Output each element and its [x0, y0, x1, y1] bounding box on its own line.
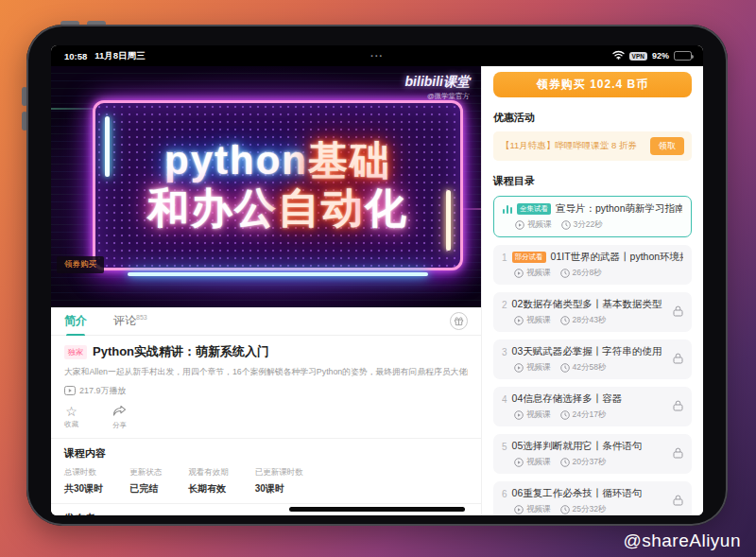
episode-number: 3	[502, 347, 507, 357]
episode-type: 视频课	[526, 457, 551, 468]
exclusive-badge: 独家	[64, 345, 87, 359]
clock-icon	[560, 363, 570, 373]
meta-value: 长期有效	[188, 482, 229, 496]
episode-number: 2	[502, 300, 507, 310]
tab-bar: 简介 评论853	[51, 307, 481, 336]
play-circle-icon	[514, 505, 524, 514]
banner-zidong-text: 自动	[278, 184, 365, 231]
tab-intro[interactable]: 简介	[64, 313, 87, 329]
play-circle-icon	[514, 458, 524, 467]
episode-number: 1	[502, 252, 507, 263]
watermark: @shareAliyun	[623, 531, 741, 551]
coupon-text: 【11月特惠】哔哩哔哩课堂 8 折券	[501, 140, 644, 152]
episode-number: 4	[502, 394, 507, 405]
episode-duration: 26分8秒	[573, 268, 602, 279]
status-bar: 10:58 11月8日周三 ··· VPN 92%	[51, 45, 703, 66]
promo-heading: 优惠活动	[493, 111, 692, 125]
gift-icon[interactable]	[450, 312, 468, 330]
episode-item-1[interactable]: 1 部分试看 01IT世界的武器丨python环境搭建_第一个 视频课 26分8…	[493, 245, 692, 285]
course-description: 大家和Allen一起从新手村出发，用四个章节，16个案例解锁各种学习Python…	[64, 367, 468, 378]
banner-python-text: python	[164, 138, 308, 183]
meta-update-status: 更新状态 已完结	[129, 467, 162, 496]
content-section-heading: 课程内容	[64, 446, 468, 461]
episode-duration: 24分17秒	[573, 409, 607, 421]
catalog-heading: 课程目录	[493, 174, 692, 188]
episode-list: 全集试看 宣导片：python萌新学习指南 视频课 3分22秒 1 部分试看 0…	[493, 196, 692, 515]
logo-text: bilibili课堂	[405, 74, 470, 91]
logo-subtext: @微学堂官方	[405, 92, 470, 101]
meta-label: 已更新课时数	[255, 467, 303, 479]
buy-button[interactable]: 领券购买 102.4 B币	[493, 72, 692, 97]
episode-title: 05选择判断就用它丨条件语句	[512, 440, 643, 453]
neon-tube-left	[105, 116, 110, 177]
multitask-dots-icon: ···	[370, 45, 384, 66]
divider	[51, 503, 481, 504]
episode-item-3[interactable]: 3 03天赋武器必掌握丨字符串的使用 视频课 42分58秒	[493, 339, 692, 379]
episode-type: 视频课	[526, 409, 551, 421]
battery-icon	[674, 51, 692, 61]
share-icon	[112, 405, 127, 419]
play-circle-icon	[514, 410, 524, 420]
banner-line-2: 和办公自动化	[147, 186, 408, 230]
course-video-player[interactable]: bilibili课堂 @微学堂官方 python基础 和办公自动化 领券购买	[51, 66, 481, 307]
episode-duration: 3分22秒	[574, 219, 603, 231]
publisher-heading: 发布者	[64, 512, 468, 515]
meta-total-lessons: 总课时数 共30课时	[64, 467, 103, 496]
favorite-button[interactable]: ☆ 收藏	[64, 405, 78, 430]
full-preview-badge: 全集试看	[517, 203, 551, 215]
status-time: 10:58	[64, 51, 87, 61]
home-indicator[interactable]	[289, 507, 465, 512]
episode-type: 视频课	[526, 268, 551, 279]
wifi-icon	[612, 50, 625, 61]
clock-icon	[561, 220, 571, 230]
play-circle-icon	[514, 363, 524, 373]
battery-percent: 92%	[652, 51, 669, 61]
comments-count: 853	[136, 314, 147, 321]
episode-type: 视频课	[526, 362, 551, 374]
episode-title: 01IT世界的武器丨python环境搭建_第一个	[551, 251, 683, 264]
lock-icon	[673, 445, 683, 462]
episode-item-4[interactable]: 4 04信息存储选择多丨容器 视频课 24分17秒	[493, 387, 692, 426]
episode-item-2[interactable]: 2 02数据存储类型多丨基本数据类型 视频课 28分43秒	[493, 292, 692, 332]
clock-icon	[560, 316, 570, 325]
vpn-badge: VPN	[629, 52, 647, 61]
course-sidebar: 领券购买 102.4 B币 优惠活动 【11月特惠】哔哩哔哩课堂 8 折券 领取…	[481, 66, 703, 515]
play-count: 217.9万播放	[79, 385, 127, 397]
tab-comments-label: 评论	[113, 314, 136, 327]
banner-jichu-text: 基础	[308, 138, 391, 183]
bilibili-classroom-logo: bilibili课堂 @微学堂官方	[405, 74, 470, 101]
share-button[interactable]: 分享	[112, 405, 127, 430]
clock-icon	[560, 269, 570, 278]
course-title: Python实战精讲：萌新系统入门	[93, 343, 269, 360]
clock-icon	[560, 410, 570, 420]
episode-title: 03天赋武器必掌握丨字符串的使用	[512, 345, 662, 358]
playing-bars-icon	[503, 204, 512, 214]
episode-item-trailer[interactable]: 全集试看 宣导片：python萌新学习指南 视频课 3分22秒	[493, 196, 692, 237]
episode-title: 宣导片：python萌新学习指南	[556, 202, 682, 216]
episode-item-6[interactable]: 6 06重复工作必杀技丨循环语句 视频课 25分32秒	[493, 481, 692, 515]
episode-number: 5	[502, 442, 507, 452]
episode-title: 04信息存储选择多丨容器	[512, 392, 623, 406]
favorite-label: 收藏	[64, 420, 78, 429]
clock-icon	[560, 458, 570, 467]
episode-type: 视频课	[526, 504, 551, 515]
ipad-screen: 10:58 11月8日周三 ··· VPN 92% bilibili课堂 @微学…	[51, 45, 703, 515]
claim-coupon-button[interactable]: 领取	[650, 137, 684, 155]
meta-value: 已完结	[129, 482, 162, 496]
lock-icon	[673, 304, 683, 321]
tab-comments[interactable]: 评论853	[113, 313, 147, 329]
clock-icon	[560, 505, 570, 514]
episode-title: 02数据存储类型多丨基本数据类型	[512, 298, 662, 311]
episode-title: 06重复工作必杀技丨循环语句	[512, 487, 643, 500]
lock-icon	[673, 398, 683, 415]
episode-type: 视频课	[526, 315, 551, 326]
meta-label: 更新状态	[129, 467, 162, 479]
banner-line-1: python基础	[164, 141, 391, 181]
play-circle-icon	[514, 269, 524, 278]
star-icon: ☆	[65, 405, 77, 418]
episode-item-5[interactable]: 5 05选择判断就用它丨条件语句 视频课 20分37秒	[493, 434, 692, 474]
meta-updated-lessons: 已更新课时数 30课时	[255, 467, 303, 496]
coupon-card: 【11月特惠】哔哩哔哩课堂 8 折券 领取	[493, 131, 692, 161]
episode-type: 视频课	[527, 219, 552, 231]
coupon-buy-tag[interactable]: 领券购买	[57, 256, 104, 273]
